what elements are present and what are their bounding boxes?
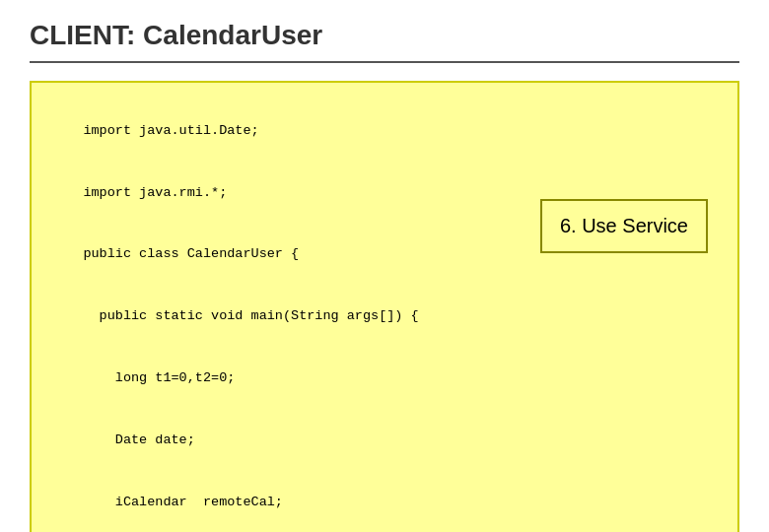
code-line-5: long t1=0,t2=0; <box>83 370 235 385</box>
code-line-6: Date date; <box>83 432 194 447</box>
page-container: CLIENT: CalendarUser import java.util.Da… <box>0 0 769 532</box>
code-line-7: iCalendar remoteCal; <box>83 495 283 509</box>
code-line-4: public static void main(String args[]) { <box>83 308 418 323</box>
code-line-2: import java.rmi.*; <box>83 185 227 200</box>
use-service-badge: 6. Use Service <box>540 199 708 253</box>
code-line-3: public class CalendarUser { <box>83 246 299 261</box>
code-line-1: import java.util.Date; <box>83 123 258 138</box>
title-divider <box>30 61 739 63</box>
code-block: import java.util.Date; import java.rmi.*… <box>30 81 739 532</box>
page-title: CLIENT: CalendarUser <box>30 20 739 51</box>
